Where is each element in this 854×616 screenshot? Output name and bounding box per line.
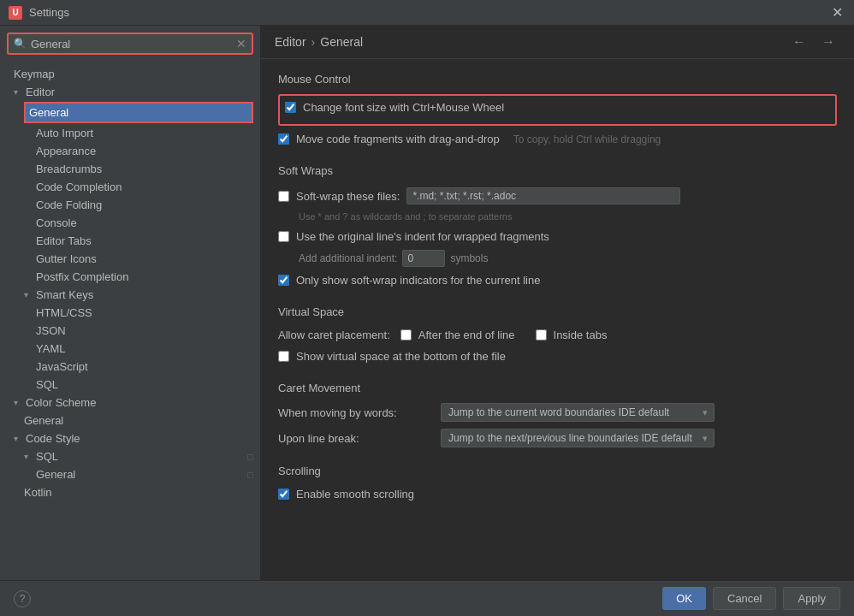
add-indent-label: Add additional indent:: [299, 252, 397, 264]
settings-window: U Settings ✕ 🔍 ✕ Keymap ▾ Editor: [0, 0, 854, 616]
virtual-space-bottom-row: Show virtual space at the bottom of the …: [278, 348, 837, 364]
sidebar-item-color-scheme[interactable]: ▾ Color Scheme: [0, 394, 260, 412]
soft-wrap-hint: Use * and ? as wildcards and ; to separa…: [299, 211, 837, 222]
apply-button[interactable]: Apply: [783, 587, 840, 610]
original-indent-checkbox[interactable]: [278, 231, 289, 242]
smart-keys-collapse-icon: ▾: [24, 290, 33, 299]
inside-tabs-label: Inside tabs: [554, 329, 608, 341]
sidebar-item-json[interactable]: JSON: [0, 322, 260, 340]
sidebar-item-code-completion[interactable]: Code Completion: [0, 178, 260, 196]
sidebar-item-editor-tabs[interactable]: Editor Tabs: [0, 232, 260, 250]
moving-by-words-label: When moving by words:: [278, 406, 432, 419]
close-button[interactable]: ✕: [828, 4, 845, 21]
sidebar-item-keymap[interactable]: Keymap: [0, 65, 260, 83]
sidebar-item-sql[interactable]: SQL: [0, 376, 260, 394]
settings-content: Mouse Control Change font size with Ctrl…: [261, 59, 854, 580]
virtual-space-title: Virtual Space: [278, 305, 837, 318]
main-panel: Editor › General ← → Mouse Control: [261, 26, 854, 580]
code-completion-label: Code Completion: [36, 181, 122, 193]
nav-back-button[interactable]: ←: [787, 33, 811, 51]
font-size-ctrl-row: Change font size with Ctrl+Mouse Wheel: [285, 99, 830, 116]
sidebar-item-gutter-icons[interactable]: Gutter Icons: [0, 250, 260, 268]
soft-wrap-files-row: Soft-wrap these files:: [278, 186, 837, 206]
smooth-scrolling-checkbox[interactable]: [278, 489, 289, 500]
titlebar: U Settings ✕: [0, 0, 854, 26]
breadcrumb: Editor › General: [275, 35, 363, 49]
sql-label: SQL: [36, 378, 58, 391]
moving-by-words-select[interactable]: Jump to the current word boundaries IDE …: [441, 403, 715, 422]
add-indent-suffix: symbols: [450, 252, 488, 264]
bottom-right: OK Cancel Apply: [662, 587, 840, 610]
sidebar-item-general[interactable]: General: [24, 102, 253, 123]
sidebar-item-javascript[interactable]: JavaScript: [0, 358, 260, 376]
app-icon: U: [9, 6, 22, 20]
sidebar-item-editor[interactable]: ▾ Editor: [0, 83, 260, 101]
soft-wrap-indicators-checkbox[interactable]: [278, 275, 289, 286]
sidebar-item-auto-import[interactable]: Auto Import: [0, 124, 260, 142]
soft-wrap-indicators-label: Only show soft-wrap indicators for the c…: [296, 274, 540, 287]
virtual-space-group: Virtual Space Allow caret placement: Aft…: [278, 305, 837, 364]
color-scheme-collapse-icon: ▾: [14, 398, 22, 407]
smart-keys-label: Smart Keys: [36, 288, 93, 301]
help-button[interactable]: ?: [14, 590, 31, 607]
color-scheme-label: Color Scheme: [26, 396, 96, 409]
virtual-space-bottom-label: Show virtual space at the bottom of the …: [296, 350, 506, 363]
editor-label: Editor: [26, 86, 55, 98]
breadcrumb-editor: Editor: [275, 35, 306, 49]
editor-collapse-icon: ▾: [14, 87, 22, 97]
sidebar: 🔍 ✕ Keymap ▾ Editor General: [0, 26, 261, 580]
sql-icon-extra: □: [247, 452, 253, 462]
sidebar-item-smart-keys[interactable]: ▾ Smart Keys: [0, 286, 260, 304]
sidebar-item-postfix-completion[interactable]: Postfix Completion: [0, 268, 260, 286]
sidebar-item-html-css[interactable]: HTML/CSS: [0, 304, 260, 322]
scrolling-group: Scrolling Enable smooth scrolling: [278, 465, 837, 502]
sidebar-item-code-style-sql-general[interactable]: General □: [0, 465, 260, 483]
after-end-label: After the end of line: [418, 329, 515, 341]
soft-wrap-indicators-row: Only show soft-wrap indicators for the c…: [278, 272, 837, 288]
general-label: General: [29, 106, 68, 119]
auto-import-label: Auto Import: [36, 127, 93, 139]
line-break-select[interactable]: Jump to the next/previous line boundarie…: [441, 429, 715, 447]
sidebar-item-breadcrumbs[interactable]: Breadcrumbs: [0, 160, 260, 178]
font-size-ctrl-checkbox[interactable]: [285, 102, 296, 113]
line-break-label: Upon line break:: [278, 432, 432, 445]
search-input[interactable]: [31, 38, 232, 50]
code-folding-label: Code Folding: [36, 198, 102, 211]
soft-wrap-files-input[interactable]: [406, 187, 680, 204]
move-code-checkbox[interactable]: [278, 133, 289, 145]
postfix-completion-label: Postfix Completion: [36, 270, 128, 283]
ok-button[interactable]: OK: [662, 587, 706, 610]
soft-wrap-files-label: Soft-wrap these files:: [296, 190, 400, 203]
line-break-select-wrap: Jump to the next/previous line boundarie…: [441, 429, 715, 447]
moving-by-words-select-wrap: Jump to the current word boundaries IDE …: [441, 403, 715, 422]
inside-tabs-checkbox[interactable]: [536, 329, 547, 341]
breadcrumbs-label: Breadcrumbs: [36, 163, 102, 175]
cancel-button[interactable]: Cancel: [713, 587, 776, 610]
main-content: 🔍 ✕ Keymap ▾ Editor General: [0, 26, 854, 580]
sidebar-item-code-style-sql[interactable]: ▾ SQL □: [0, 447, 260, 465]
sidebar-item-color-scheme-general[interactable]: General: [0, 412, 260, 429]
original-indent-row: Use the original line's indent for wrapp…: [278, 228, 837, 245]
sidebar-item-console[interactable]: Console: [0, 214, 260, 232]
after-end-checkbox[interactable]: [400, 329, 412, 341]
gutter-icons-label: Gutter Icons: [36, 252, 97, 265]
sidebar-item-appearance[interactable]: Appearance: [0, 142, 260, 160]
sidebar-item-yaml[interactable]: YAML: [0, 340, 260, 358]
caret-movement-group: Caret Movement When moving by words: Jum…: [278, 382, 837, 447]
scrolling-title: Scrolling: [278, 465, 837, 477]
sidebar-item-kotlin[interactable]: Kotlin: [0, 483, 260, 501]
clear-search-button[interactable]: ✕: [236, 37, 246, 50]
yaml-label: YAML: [36, 342, 65, 355]
sidebar-item-code-folding[interactable]: Code Folding: [0, 196, 260, 214]
virtual-space-bottom-checkbox[interactable]: [278, 351, 289, 362]
soft-wrap-files-checkbox[interactable]: [278, 191, 289, 202]
line-break-row: Upon line break: Jump to the next/previo…: [278, 429, 837, 447]
add-indent-input[interactable]: [402, 250, 445, 267]
nav-forward-button[interactable]: →: [816, 33, 840, 51]
appearance-label: Appearance: [36, 145, 96, 157]
sidebar-item-code-style[interactable]: ▾ Code Style: [0, 429, 260, 447]
smooth-scrolling-row: Enable smooth scrolling: [278, 486, 837, 502]
breadcrumb-separator: ›: [311, 35, 316, 49]
code-style-collapse-icon: ▾: [14, 434, 22, 443]
font-size-ctrl-label: Change font size with Ctrl+Mouse Wheel: [303, 101, 504, 114]
